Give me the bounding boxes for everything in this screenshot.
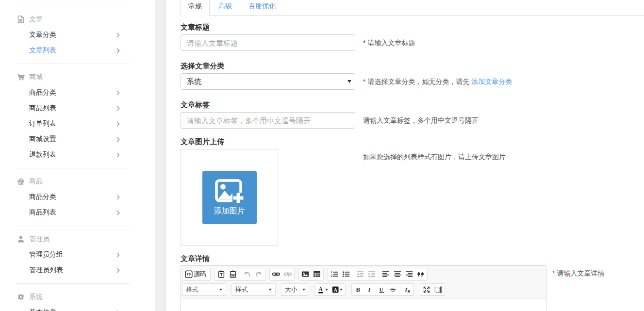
strike-icon: S <box>389 286 397 294</box>
category-select[interactable]: 系统 <box>181 73 355 90</box>
source-code-button[interactable]: 源码 <box>183 268 210 280</box>
sidebar-item[interactable]: 管理员列表 <box>16 262 130 278</box>
blockquote-button[interactable] <box>415 268 427 280</box>
add-category-link[interactable]: 添加文章分类 <box>471 78 512 85</box>
redo-button[interactable] <box>253 268 264 280</box>
category-label: 选择文章分类 <box>181 61 355 71</box>
sidebar: 文章文章分类文章列表商城商品分类商品列表订单列表商城设置退款列表商品商品分类商品… <box>0 0 155 311</box>
strike-button[interactable]: S <box>387 284 399 295</box>
add-image-button[interactable]: 添加图片 <box>202 171 257 224</box>
gear-icon <box>17 293 25 301</box>
editor-content-area[interactable] <box>181 298 546 311</box>
text-color-icon: A <box>317 286 324 294</box>
bulleted-list-button[interactable] <box>340 268 352 280</box>
image-button[interactable] <box>299 268 311 280</box>
paste-text-icon <box>217 270 225 278</box>
numbered-list-button[interactable]: 12 <box>329 268 340 280</box>
sidebar-item[interactable]: 商城设置 <box>16 131 130 147</box>
sidebar-item-label: 文章列表 <box>29 46 116 55</box>
unlink-button[interactable] <box>282 268 294 280</box>
link-button[interactable] <box>270 268 282 280</box>
image-icon <box>301 270 309 278</box>
paste-word-button[interactable] <box>227 268 239 280</box>
align-right-button[interactable] <box>403 268 415 280</box>
bold-button[interactable]: B <box>352 284 364 295</box>
chevron-right-icon <box>116 90 120 96</box>
article-form: 文章标题 *请输入文章标题 选择文章分类 系统 *请选择文章分类，如无分类，请先… <box>181 16 644 311</box>
sidebar-item[interactable]: 商品列表 <box>16 100 130 116</box>
select-caret-icon <box>347 80 351 83</box>
sidebar-item[interactable]: 订单列表 <box>16 116 130 131</box>
required-asterisk: * <box>552 269 555 277</box>
table-button[interactable] <box>311 268 323 280</box>
image-label: 文章图片上传 <box>181 136 355 147</box>
chevron-right-icon <box>116 152 120 158</box>
tags-input[interactable] <box>181 112 355 129</box>
indent-button[interactable] <box>366 268 378 280</box>
add-image-label: 添加图片 <box>214 206 245 216</box>
sidebar-item[interactable]: 管理员分组 <box>16 247 130 262</box>
link-icon <box>272 270 280 278</box>
italic-button[interactable]: I <box>364 284 376 295</box>
sidebar-section-label: 商城 <box>29 73 43 82</box>
outdent-button[interactable] <box>354 268 366 280</box>
numbered-list-icon: 12 <box>330 270 338 278</box>
undo-button[interactable] <box>241 268 253 280</box>
paste-text-button[interactable] <box>215 268 227 280</box>
combo-label: 格式 <box>186 285 198 294</box>
sidebar-section-header[interactable]: 管理员 <box>16 231 130 247</box>
toolbar-separator <box>379 270 379 278</box>
sidebar-section-label: 系统 <box>29 293 43 301</box>
tab-label[interactable]: 高级 <box>211 0 240 16</box>
sidebar-item[interactable]: 文章列表 <box>16 43 130 58</box>
title-input[interactable] <box>181 34 355 51</box>
redo-icon <box>255 270 263 278</box>
source-button-label: 源码 <box>194 270 206 278</box>
sidebar-section-3: 商品商品分类商品列表 <box>16 168 130 226</box>
tab-link: 高级 <box>211 0 240 16</box>
bg-color-button[interactable]: A <box>330 284 345 295</box>
sidebar-item-label: 管理员分组 <box>29 250 116 259</box>
sidebar-item[interactable]: 退款列表 <box>16 147 130 163</box>
sidebar-item-label: 商品分类 <box>29 88 116 97</box>
sidebar-item-label: 退款列表 <box>29 150 116 159</box>
sidebar-item[interactable]: 商品分类 <box>16 85 130 100</box>
detail-hint: *请输入文章详情 <box>552 268 604 278</box>
style-combo[interactable]: 样式 <box>231 283 276 296</box>
remove-format-button[interactable]: T <box>401 284 413 295</box>
group-links <box>269 268 295 280</box>
sidebar-item-label: 文章分类 <box>29 31 116 39</box>
title-label: 文章标题 <box>181 22 355 33</box>
bold-icon: B <box>354 286 362 294</box>
sidebar-item[interactable]: 基本信息 <box>16 305 130 311</box>
tab-label[interactable]: 常规 <box>181 0 210 16</box>
chevron-right-icon <box>116 210 120 215</box>
form-row-category: 选择文章分类 系统 *请选择文章分类，如无分类，请先 添加文章分类 <box>181 61 644 90</box>
tags-hint: 请输入文章标签，多个用中文逗号隔开 <box>363 115 479 125</box>
category-select-value: 系统 <box>187 77 201 86</box>
show-blocks-button[interactable] <box>432 284 444 295</box>
sidebar-item[interactable]: 商品分类 <box>16 189 130 205</box>
align-left-button[interactable] <box>380 268 392 280</box>
size-combo[interactable]: 大小 <box>281 283 309 296</box>
sidebar-item[interactable]: 商品列表 <box>16 205 130 220</box>
align-center-button[interactable] <box>392 268 403 280</box>
sidebar-section-header[interactable]: 商城 <box>16 69 130 85</box>
form-row-title: 文章标题 *请输入文章标题 <box>181 22 644 51</box>
title-hint: *请输入文章标题 <box>363 38 415 48</box>
tab-active: 常规 <box>181 0 210 16</box>
tab-label[interactable]: 百度优化 <box>241 0 283 16</box>
form-row-detail: 文章详情 源码12 格式样式大小AABIUST *请输入文章详情 <box>181 253 644 311</box>
italic-icon: I <box>366 286 374 294</box>
text-color-button[interactable]: A <box>315 284 330 295</box>
sidebar-section-header[interactable]: 文章 <box>16 11 130 27</box>
sidebar-section-header[interactable]: 系统 <box>16 289 130 305</box>
sidebar-section-header[interactable]: 商品 <box>16 173 130 189</box>
sidebar-item-label: 订单列表 <box>29 119 116 128</box>
maximize-button[interactable] <box>421 284 432 295</box>
format-combo[interactable]: 格式 <box>182 283 226 296</box>
paste-word-icon <box>229 270 237 278</box>
underline-button[interactable]: U <box>376 284 387 295</box>
remove-format-icon: T <box>403 286 411 294</box>
sidebar-item[interactable]: 文章分类 <box>16 27 130 43</box>
